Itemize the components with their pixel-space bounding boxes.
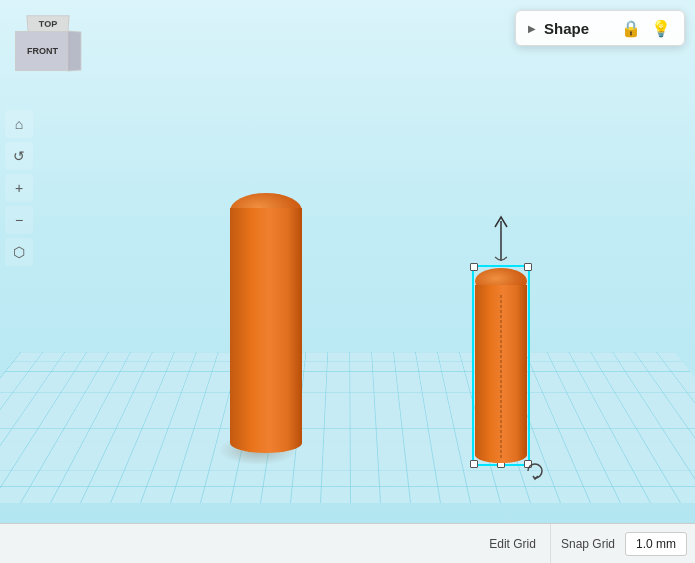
cylinder-left-body bbox=[230, 208, 302, 453]
cylinder-right-body bbox=[475, 285, 527, 463]
grid-floor bbox=[0, 352, 695, 503]
zoom-in-button[interactable]: + bbox=[5, 174, 33, 202]
shape-panel-title: Shape bbox=[544, 20, 612, 37]
3d-viewport[interactable]: TOP FRONT ⌂ ↺ + − ⬡ ▶ Shape 🔒 💡 Edit Gri… bbox=[0, 0, 695, 563]
left-toolbar: ⌂ ↺ + − ⬡ bbox=[5, 110, 33, 266]
snap-grid-value[interactable]: 1.0 mm bbox=[625, 532, 687, 556]
zoom-out-button[interactable]: − bbox=[5, 206, 33, 234]
nav-cube[interactable]: TOP FRONT bbox=[15, 15, 80, 80]
visibility-icon[interactable]: 💡 bbox=[650, 17, 672, 39]
cylinder-right-selected[interactable] bbox=[475, 268, 527, 463]
home-button[interactable]: ⌂ bbox=[5, 110, 33, 138]
nav-cube-front[interactable]: FRONT bbox=[15, 31, 70, 71]
lock-icon[interactable]: 🔒 bbox=[620, 17, 642, 39]
center-dashed-line bbox=[501, 295, 502, 458]
nav-cube-top[interactable]: TOP bbox=[26, 15, 69, 32]
resize-up-arrow[interactable] bbox=[489, 213, 513, 263]
edit-grid-button[interactable]: Edit Grid bbox=[475, 524, 551, 563]
perspective-button[interactable]: ⬡ bbox=[5, 238, 33, 266]
nav-cube-side[interactable] bbox=[67, 30, 81, 71]
shape-panel-arrow[interactable]: ▶ bbox=[528, 23, 536, 34]
cylinder-left[interactable] bbox=[230, 193, 302, 453]
rotate-handle[interactable] bbox=[525, 461, 545, 485]
bottom-bar: Edit Grid Snap Grid 1.0 mm bbox=[0, 523, 695, 563]
shape-panel[interactable]: ▶ Shape 🔒 💡 bbox=[515, 10, 685, 46]
undo-button[interactable]: ↺ bbox=[5, 142, 33, 170]
snap-grid-label: Snap Grid bbox=[551, 537, 625, 551]
handle-top-left[interactable] bbox=[470, 263, 478, 271]
handle-top-right[interactable] bbox=[524, 263, 532, 271]
